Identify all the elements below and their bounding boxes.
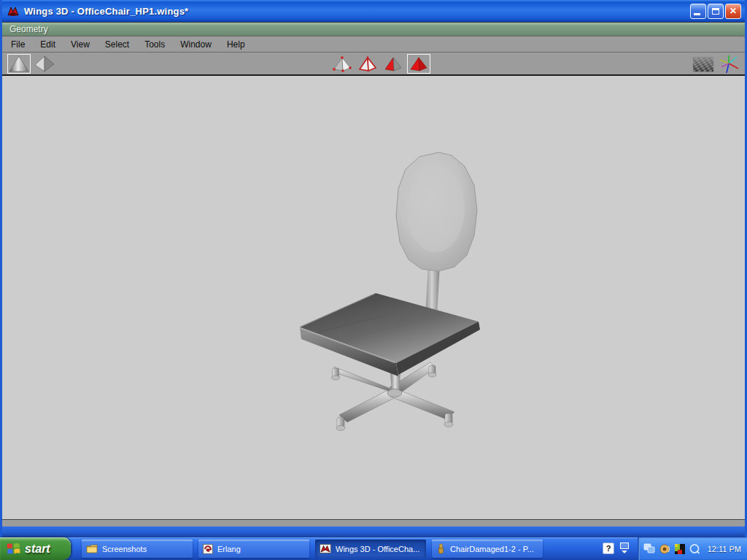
help-tray-icon[interactable]: ? [603,542,614,554]
clock[interactable]: 12:11 PM [708,545,741,553]
edge-mode-icon [357,55,378,73]
taskbar-button-wings3d[interactable]: Wings 3D - OfficeCha... [315,540,426,558]
menu-help[interactable]: Help [227,39,245,50]
menu-select[interactable]: Select [105,39,129,50]
geometry-label: Geometry [9,24,48,34]
title-bar[interactable]: Wings 3D - OfficeChair_HP1.wings* ✕ [2,0,745,22]
ground-plane-button[interactable] [692,54,715,74]
chair-seat-top [300,293,479,363]
maximize-icon [712,8,719,15]
tool-bar [2,52,745,76]
menu-file[interactable]: File [11,39,25,50]
flat-shading-icon [34,55,55,73]
menu-tools[interactable]: Tools [144,39,165,50]
wings3d-logo-icon [7,6,20,17]
taskbar-button-erlang[interactable]: Erlang [198,540,309,558]
menu-view[interactable]: View [71,39,90,50]
folder-icon [86,544,98,553]
wings3d-window: Wings 3D - OfficeChair_HP1.wings* ✕ Geom… [0,0,747,537]
minimize-icon [694,13,700,15]
taskbar-button-label: Screenshots [102,545,147,553]
start-label: start [25,542,50,556]
status-bar: L: Select M: Start camera R: Show menu [2,519,745,526]
chair-hub [387,389,402,397]
face-mode-icon [383,55,403,73]
smooth-shading-icon [8,55,30,73]
erlang-icon [203,544,213,554]
taskbar: start Screenshots Erlang [0,537,747,560]
edge-mode-button[interactable] [356,54,379,74]
chair-model[interactable] [2,76,745,519]
vertex-mode-button[interactable] [330,54,354,74]
taskbar-button-label: Wings 3D - OfficeCha... [336,545,419,553]
axes-button[interactable] [717,54,740,74]
taskbar-button-label: ChairDamaged1-2 - P... [450,545,534,553]
chevron-down-icon [622,551,627,553]
face-mode-button[interactable] [382,54,405,74]
taskbar-button-screenshots[interactable]: Screenshots [82,540,193,558]
task-buttons: Screenshots Erlang Wings 3D - OfficeCha.… [82,540,543,558]
menu-edit[interactable]: Edit [40,39,55,50]
axes-icon [718,54,740,74]
language-bar-toggle[interactable] [620,542,629,553]
body-mode-button[interactable] [407,54,430,74]
system-tray: 12:11 PM [638,537,747,560]
geometry-window-header[interactable]: Geometry [2,22,745,36]
chair-leg [339,391,397,422]
network-icon[interactable] [643,543,656,554]
window-title: Wings 3D - OfficeChair_HP1.wings* [24,6,690,17]
windows-flag-icon [7,542,20,555]
paintshop-icon [436,543,446,554]
wings3d-icon [320,544,331,553]
app-color-icon[interactable] [675,544,685,554]
taskbar-button-label: Erlang [217,545,241,553]
maximize-button[interactable] [708,4,724,19]
vertex-mode-icon [332,55,352,73]
question-mark-icon: ? [606,544,611,553]
ground-plane-icon [692,55,714,74]
flat-shading-button[interactable] [33,54,56,74]
menu-window[interactable]: Window [180,39,212,50]
menu-bar: File Edit View Select Tools Window Help [2,36,745,52]
volume-icon[interactable] [659,543,671,554]
start-button[interactable]: start [0,537,71,560]
close-icon: ✕ [729,7,737,15]
close-button[interactable]: ✕ [725,4,741,19]
smooth-shading-button[interactable] [7,54,31,74]
body-mode-icon [409,55,429,73]
window-bottom-border [2,526,745,537]
quicktime-icon[interactable] [689,543,700,555]
taskbar-button-chairdamaged[interactable]: ChairDamaged1-2 - P... [432,540,543,558]
window-layout-icon [620,542,629,549]
desktop: Wings 3D - OfficeChair_HP1.wings* ✕ Geom… [0,0,747,560]
viewport[interactable] [2,76,745,519]
minimize-button[interactable] [690,4,706,19]
